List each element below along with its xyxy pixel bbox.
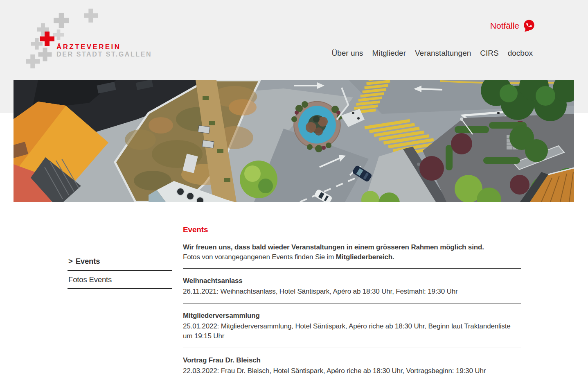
active-marker: > xyxy=(68,257,73,265)
logo-home-link[interactable]: ÄRZTEVEREIN DER STADT ST.GALLEN xyxy=(25,7,160,71)
intro-line-2: Fotos von vorangegangenen Events finden … xyxy=(183,253,336,261)
brand-line-1: ÄRZTEVEREIN xyxy=(56,43,121,51)
event-title: Mitgliederversammlung xyxy=(183,312,521,319)
event-details: 25.01.2022: Mitgliederversammlung, Hotel… xyxy=(183,321,521,341)
event-item: Vortrag Frau Dr. Bleisch 22.03.2022: Fra… xyxy=(183,348,521,378)
events-content: Events Wir freuen uns, dass bald wieder … xyxy=(183,226,521,378)
sidebar-item-label: Events xyxy=(76,257,100,265)
event-details: 22.03.2022: Frau Dr. Bleisch, Hotel Sänt… xyxy=(183,366,521,376)
nav-link-cirs[interactable]: CIRS xyxy=(480,49,498,58)
nav-link-docbox[interactable]: docbox xyxy=(508,49,533,58)
sidebar-item-fotos-events[interactable]: Fotos Events xyxy=(68,271,172,289)
page-title: Events xyxy=(183,226,521,233)
mitgliederbereich-link[interactable]: Mitgliederbereich. xyxy=(336,253,394,261)
event-title: Weihnachtsanlass xyxy=(183,277,521,285)
main-nav: Über uns Mitglieder Veranstaltungen CIRS… xyxy=(331,49,533,58)
nav-link-ueber-uns[interactable]: Über uns xyxy=(331,49,363,58)
event-details: 26.11.2021: Weihnachtsanlass, Hotel Sänt… xyxy=(183,287,521,297)
phone-icon xyxy=(523,20,535,32)
sidebar-item-events[interactable]: >Events xyxy=(68,257,172,271)
logo-crosses-icon xyxy=(25,7,110,73)
emergency-label: Notfälle xyxy=(490,21,519,31)
sidebar-nav: >Events Fotos Events xyxy=(68,257,172,289)
intro-text: Wir freuen uns, dass bald wieder Veranst… xyxy=(183,242,521,262)
event-title: Vortrag Frau Dr. Bleisch xyxy=(183,356,521,364)
intro-line-1: Wir freuen uns, dass bald wieder Veranst… xyxy=(183,243,484,251)
nav-link-veranstaltungen[interactable]: Veranstaltungen xyxy=(415,49,471,58)
brand-line-2: DER STADT ST.GALLEN xyxy=(56,51,152,58)
nav-link-mitglieder[interactable]: Mitglieder xyxy=(372,49,406,58)
emergency-link[interactable]: Notfälle xyxy=(490,20,535,32)
hero-image xyxy=(14,80,574,202)
event-item: Mitgliederversammlung 25.01.2022: Mitgli… xyxy=(183,303,521,348)
sidebar-item-label: Fotos Events xyxy=(68,275,112,284)
event-item: Weihnachtsanlass 26.11.2021: Weihnachtsa… xyxy=(183,268,521,303)
